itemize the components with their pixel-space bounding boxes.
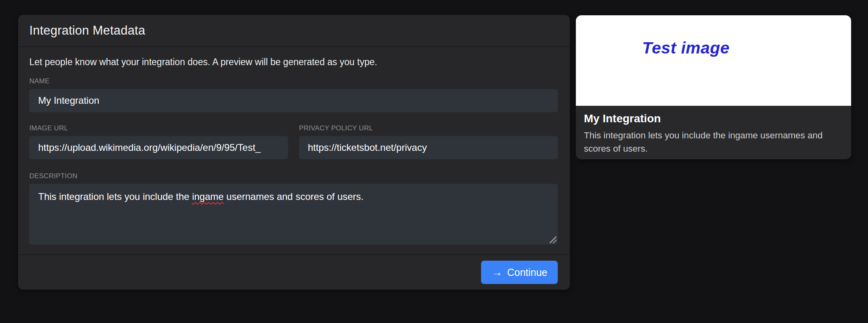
description-textarea[interactable]: This integration lets you include the in…: [29, 184, 558, 245]
description-misspelled-word: ingame: [192, 191, 224, 202]
preview-info: My Integration This integration lets you…: [576, 106, 851, 155]
panel-footer: → Continue: [18, 254, 570, 290]
description-label: DESCRIPTION: [29, 172, 558, 180]
description-field-group: DESCRIPTION This integration lets you in…: [29, 172, 558, 245]
preview-image: Test image: [576, 15, 851, 106]
panel-header: Integration Metadata: [18, 15, 570, 47]
image-url-input[interactable]: [29, 136, 288, 159]
privacy-policy-url-field-group: PRIVACY POLICY URL: [299, 124, 558, 159]
url-fields-row: IMAGE URL PRIVACY POLICY URL: [29, 124, 558, 159]
page-title: Integration Metadata: [29, 23, 145, 38]
integration-preview-card: Test image My Integration This integrati…: [576, 15, 851, 159]
privacy-policy-url-input[interactable]: [299, 136, 558, 159]
image-url-label: IMAGE URL: [29, 124, 288, 132]
textarea-resize-handle[interactable]: [550, 237, 557, 243]
panel-subtitle: Let people know what your integration do…: [29, 57, 558, 68]
preview-description: This integration lets you include the in…: [584, 129, 831, 155]
integration-metadata-panel: Integration Metadata Let people know wha…: [18, 15, 570, 290]
continue-button-label: Continue: [507, 267, 547, 278]
name-label: NAME: [29, 77, 558, 85]
preview-image-text: Test image: [642, 39, 730, 58]
name-field-group: NAME: [29, 77, 558, 112]
description-text-before: This integration lets you include the: [38, 191, 192, 202]
continue-button[interactable]: → Continue: [481, 261, 558, 284]
panel-body: Let people know what your integration do…: [18, 47, 570, 254]
preview-title: My Integration: [584, 112, 842, 125]
privacy-policy-url-label: PRIVACY POLICY URL: [299, 124, 558, 132]
name-input[interactable]: [29, 89, 558, 112]
image-url-field-group: IMAGE URL: [29, 124, 288, 159]
description-text-after: usernames and scores of users.: [224, 191, 364, 202]
arrow-right-icon: →: [491, 267, 502, 278]
